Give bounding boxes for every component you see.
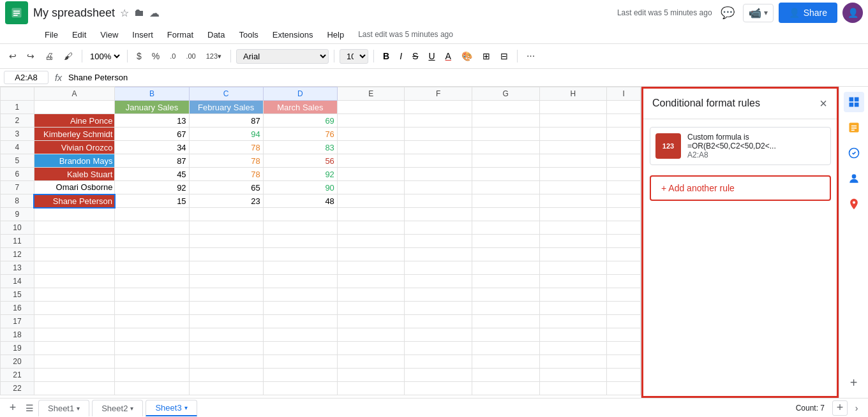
cell-d5[interactable]: 56 [263, 154, 337, 168]
cell[interactable] [189, 235, 263, 248]
merge-button[interactable]: ⊟ [497, 49, 512, 63]
cell[interactable] [263, 328, 337, 342]
cell[interactable] [607, 382, 641, 395]
cell-f3[interactable] [405, 128, 472, 141]
formula-input[interactable] [68, 73, 864, 82]
cell-c1[interactable]: February Sales [189, 101, 263, 114]
redo-button[interactable]: ↪ [23, 48, 38, 64]
font-size-selector[interactable]: 10 12 14 [340, 49, 368, 64]
cell[interactable] [539, 248, 607, 261]
sheet-tab-2[interactable]: Sheet2 ▾ [92, 400, 143, 416]
cell-h8[interactable] [539, 194, 607, 208]
sheet-1-dropdown[interactable]: ▾ [77, 405, 80, 412]
cell[interactable] [115, 248, 189, 261]
cell[interactable] [34, 382, 115, 395]
cell-h5[interactable] [539, 154, 607, 168]
cell-g1[interactable] [472, 101, 540, 114]
cell[interactable] [115, 235, 189, 248]
share-button[interactable]: 👤 Share [779, 3, 837, 23]
col-header-a[interactable]: A [34, 87, 115, 101]
cell[interactable] [34, 315, 115, 328]
cell[interactable] [189, 221, 263, 235]
cell[interactable] [263, 208, 337, 221]
cell-b6[interactable]: 45 [115, 168, 189, 181]
cell[interactable] [337, 328, 405, 342]
star-icon[interactable]: ☆ [120, 7, 129, 19]
cell[interactable] [337, 208, 405, 221]
cell-g3[interactable] [472, 128, 540, 141]
cf-close-button[interactable]: × [818, 96, 828, 111]
cell[interactable] [472, 328, 540, 342]
menu-tools[interactable]: Tools [232, 29, 264, 41]
cell-h6[interactable] [539, 168, 607, 181]
cell[interactable] [607, 221, 641, 235]
sheet-3-dropdown[interactable]: ▾ [184, 404, 188, 411]
cell-e4[interactable] [337, 141, 405, 154]
cell-a6[interactable]: Kaleb Stuart [34, 168, 115, 181]
cell[interactable] [472, 315, 540, 328]
paint-format-button[interactable]: 🖌 [60, 48, 77, 64]
menu-edit[interactable]: Edit [66, 29, 93, 41]
cell[interactable] [607, 275, 641, 288]
decimal-decrease-button[interactable]: .0 [166, 50, 179, 62]
cell-a2[interactable]: Aine Ponce [34, 114, 115, 128]
cell[interactable] [472, 261, 540, 275]
cell[interactable] [34, 221, 115, 235]
cf-rule-item[interactable]: 123 Custom formula is =OR(B2<50,C2<50,D2… [650, 127, 831, 165]
cell[interactable] [34, 275, 115, 288]
cell[interactable] [115, 288, 189, 302]
cell[interactable] [115, 261, 189, 275]
cell-c7[interactable]: 65 [189, 181, 263, 194]
cell[interactable] [189, 261, 263, 275]
cell-g6[interactable] [472, 168, 540, 181]
cell[interactable] [115, 315, 189, 328]
cell[interactable] [337, 355, 405, 369]
cell-b7[interactable]: 92 [115, 181, 189, 194]
meet-icon[interactable]: 📹 ▾ [743, 4, 774, 22]
sheet-tab-1[interactable]: Sheet1 ▾ [38, 400, 89, 416]
add-cols-button[interactable]: + [832, 400, 848, 416]
cell-e8[interactable] [337, 194, 405, 208]
print-button[interactable]: 🖨 [41, 48, 57, 64]
cell-b1[interactable]: January Sales [115, 101, 189, 114]
cell-i7[interactable] [607, 181, 641, 194]
cell-i1[interactable] [607, 101, 641, 114]
cell-c3[interactable]: 94 [189, 128, 263, 141]
cell[interactable] [405, 315, 472, 328]
cell-d6[interactable]: 92 [263, 168, 337, 181]
cell-h4[interactable] [539, 141, 607, 154]
expand-sidebar-icon[interactable]: › [850, 402, 863, 414]
col-header-i[interactable]: I [607, 87, 641, 101]
cell[interactable] [405, 342, 472, 355]
col-header-c[interactable]: C [189, 87, 263, 101]
italic-button[interactable]: I [396, 49, 406, 63]
cell-g2[interactable] [472, 114, 540, 128]
cell-i8[interactable] [607, 194, 641, 208]
cell[interactable] [539, 235, 607, 248]
menu-extensions[interactable]: Extensions [266, 29, 320, 41]
add-sheet-button[interactable]: + [5, 400, 20, 416]
cell[interactable] [263, 355, 337, 369]
cell[interactable] [34, 235, 115, 248]
cell-a1[interactable] [34, 101, 115, 114]
cell[interactable] [337, 275, 405, 288]
zoom-selector[interactable]: 100% 75% 150% [87, 51, 122, 62]
cell[interactable] [189, 342, 263, 355]
cell-b8[interactable]: 15 [115, 194, 189, 208]
cell[interactable] [263, 261, 337, 275]
cell[interactable] [607, 302, 641, 315]
cell[interactable] [607, 261, 641, 275]
menu-file[interactable]: File [38, 29, 64, 41]
cell[interactable] [405, 275, 472, 288]
cell[interactable] [472, 342, 540, 355]
cell[interactable] [34, 288, 115, 302]
cell[interactable] [607, 328, 641, 342]
cell-c8[interactable]: 23 [189, 194, 263, 208]
cell[interactable] [539, 221, 607, 235]
menu-insert[interactable]: Insert [126, 29, 160, 41]
cell[interactable] [539, 342, 607, 355]
percent-button[interactable]: % [148, 48, 163, 64]
cell[interactable] [263, 382, 337, 395]
cell[interactable] [539, 302, 607, 315]
cell-e1[interactable] [337, 101, 405, 114]
